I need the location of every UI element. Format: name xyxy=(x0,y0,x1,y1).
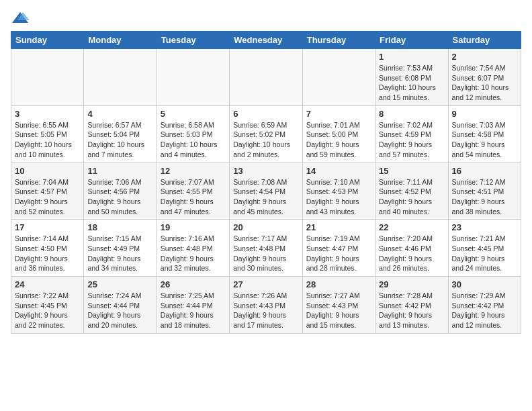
day-number: 23 xyxy=(452,222,517,232)
calendar-cell xyxy=(230,49,302,106)
day-number: 2 xyxy=(452,52,517,62)
calendar-cell: 6Sunrise: 6:59 AM Sunset: 5:02 PM Daylig… xyxy=(230,105,302,163)
day-info: Sunrise: 7:11 AM Sunset: 4:52 PM Dayligh… xyxy=(379,177,444,217)
day-info: Sunrise: 7:03 AM Sunset: 4:58 PM Dayligh… xyxy=(452,120,517,160)
day-number: 20 xyxy=(233,222,298,232)
day-info: Sunrise: 7:17 AM Sunset: 4:48 PM Dayligh… xyxy=(233,234,298,273)
day-number: 3 xyxy=(15,109,80,119)
day-number: 27 xyxy=(233,279,298,289)
weekday-header-monday: Monday xyxy=(84,32,157,49)
logo xyxy=(11,11,32,26)
calendar-cell: 26Sunrise: 7:25 AM Sunset: 4:44 PM Dayli… xyxy=(157,277,229,334)
calendar-cell xyxy=(11,49,84,106)
day-number: 4 xyxy=(87,109,152,119)
calendar-cell: 5Sunrise: 6:58 AM Sunset: 5:03 PM Daylig… xyxy=(157,105,229,163)
calendar-cell: 9Sunrise: 7:03 AM Sunset: 4:58 PM Daylig… xyxy=(448,105,521,163)
day-info: Sunrise: 7:15 AM Sunset: 4:49 PM Dayligh… xyxy=(87,234,152,273)
day-number: 17 xyxy=(15,222,80,232)
calendar-cell: 25Sunrise: 7:24 AM Sunset: 4:44 PM Dayli… xyxy=(84,277,157,334)
day-number: 8 xyxy=(379,109,444,119)
day-number: 6 xyxy=(233,109,298,119)
day-info: Sunrise: 7:21 AM Sunset: 4:45 PM Dayligh… xyxy=(452,234,517,273)
calendar-cell: 8Sunrise: 7:02 AM Sunset: 4:59 PM Daylig… xyxy=(375,105,448,163)
calendar-cell: 1Sunrise: 7:53 AM Sunset: 6:08 PM Daylig… xyxy=(375,49,448,106)
day-info: Sunrise: 6:57 AM Sunset: 5:04 PM Dayligh… xyxy=(87,120,152,160)
weekday-header-tuesday: Tuesday xyxy=(157,32,229,49)
day-info: Sunrise: 7:19 AM Sunset: 4:47 PM Dayligh… xyxy=(306,234,371,273)
day-info: Sunrise: 7:07 AM Sunset: 4:55 PM Dayligh… xyxy=(161,177,226,217)
week-row-5: 24Sunrise: 7:22 AM Sunset: 4:45 PM Dayli… xyxy=(11,277,521,334)
weekday-header-saturday: Saturday xyxy=(448,32,521,49)
calendar-cell: 30Sunrise: 7:29 AM Sunset: 4:42 PM Dayli… xyxy=(448,277,521,334)
day-info: Sunrise: 7:54 AM Sunset: 6:07 PM Dayligh… xyxy=(452,63,517,103)
day-number: 19 xyxy=(161,222,226,232)
day-number: 1 xyxy=(379,52,444,62)
day-number: 14 xyxy=(306,166,371,176)
day-number: 26 xyxy=(161,279,226,289)
calendar-cell: 22Sunrise: 7:20 AM Sunset: 4:46 PM Dayli… xyxy=(375,220,448,277)
calendar-cell: 28Sunrise: 7:27 AM Sunset: 4:43 PM Dayli… xyxy=(302,277,375,334)
calendar-cell: 24Sunrise: 7:22 AM Sunset: 4:45 PM Dayli… xyxy=(11,277,84,334)
day-info: Sunrise: 7:14 AM Sunset: 4:50 PM Dayligh… xyxy=(15,234,80,273)
week-row-1: 1Sunrise: 7:53 AM Sunset: 6:08 PM Daylig… xyxy=(11,49,521,106)
calendar-cell: 13Sunrise: 7:08 AM Sunset: 4:54 PM Dayli… xyxy=(230,163,302,220)
day-info: Sunrise: 7:26 AM Sunset: 4:43 PM Dayligh… xyxy=(233,291,298,330)
calendar-cell: 7Sunrise: 7:01 AM Sunset: 5:00 PM Daylig… xyxy=(302,105,375,163)
calendar-cell: 11Sunrise: 7:06 AM Sunset: 4:56 PM Dayli… xyxy=(84,163,157,220)
day-number: 24 xyxy=(15,279,80,289)
day-number: 5 xyxy=(161,109,226,119)
calendar-cell: 23Sunrise: 7:21 AM Sunset: 4:45 PM Dayli… xyxy=(448,220,521,277)
calendar-cell: 10Sunrise: 7:04 AM Sunset: 4:57 PM Dayli… xyxy=(11,163,84,220)
page-header xyxy=(11,11,521,26)
weekday-header-row: SundayMondayTuesdayWednesdayThursdayFrid… xyxy=(11,32,521,49)
day-number: 22 xyxy=(379,222,444,232)
day-info: Sunrise: 7:10 AM Sunset: 4:53 PM Dayligh… xyxy=(306,177,371,217)
calendar-cell: 16Sunrise: 7:12 AM Sunset: 4:51 PM Dayli… xyxy=(448,163,521,220)
day-info: Sunrise: 7:27 AM Sunset: 4:43 PM Dayligh… xyxy=(306,291,371,330)
day-info: Sunrise: 7:24 AM Sunset: 4:44 PM Dayligh… xyxy=(87,291,152,330)
calendar-cell: 15Sunrise: 7:11 AM Sunset: 4:52 PM Dayli… xyxy=(375,163,448,220)
calendar-cell: 2Sunrise: 7:54 AM Sunset: 6:07 PM Daylig… xyxy=(448,49,521,106)
calendar-cell: 18Sunrise: 7:15 AM Sunset: 4:49 PM Dayli… xyxy=(84,220,157,277)
day-info: Sunrise: 6:58 AM Sunset: 5:03 PM Dayligh… xyxy=(161,120,226,160)
day-number: 28 xyxy=(306,279,371,289)
week-row-2: 3Sunrise: 6:55 AM Sunset: 5:05 PM Daylig… xyxy=(11,105,521,163)
day-number: 9 xyxy=(452,109,517,119)
day-number: 12 xyxy=(161,166,226,176)
calendar-cell: 19Sunrise: 7:16 AM Sunset: 4:48 PM Dayli… xyxy=(157,220,229,277)
calendar-cell: 17Sunrise: 7:14 AM Sunset: 4:50 PM Dayli… xyxy=(11,220,84,277)
calendar-cell: 4Sunrise: 6:57 AM Sunset: 5:04 PM Daylig… xyxy=(84,105,157,163)
day-number: 18 xyxy=(87,222,152,232)
day-info: Sunrise: 7:28 AM Sunset: 4:42 PM Dayligh… xyxy=(379,291,444,330)
day-info: Sunrise: 7:16 AM Sunset: 4:48 PM Dayligh… xyxy=(161,234,226,273)
calendar-cell xyxy=(84,49,157,106)
calendar-cell: 27Sunrise: 7:26 AM Sunset: 4:43 PM Dayli… xyxy=(230,277,302,334)
weekday-header-sunday: Sunday xyxy=(11,32,84,49)
day-number: 15 xyxy=(379,166,444,176)
day-info: Sunrise: 7:53 AM Sunset: 6:08 PM Dayligh… xyxy=(379,63,444,103)
calendar-cell xyxy=(157,49,229,106)
day-number: 7 xyxy=(306,109,371,119)
day-info: Sunrise: 7:04 AM Sunset: 4:57 PM Dayligh… xyxy=(15,177,80,217)
day-info: Sunrise: 6:59 AM Sunset: 5:02 PM Dayligh… xyxy=(233,120,298,160)
day-info: Sunrise: 7:25 AM Sunset: 4:44 PM Dayligh… xyxy=(161,291,226,330)
calendar-cell: 29Sunrise: 7:28 AM Sunset: 4:42 PM Dayli… xyxy=(375,277,448,334)
day-info: Sunrise: 7:06 AM Sunset: 4:56 PM Dayligh… xyxy=(87,177,152,217)
calendar-cell: 14Sunrise: 7:10 AM Sunset: 4:53 PM Dayli… xyxy=(302,163,375,220)
day-info: Sunrise: 7:20 AM Sunset: 4:46 PM Dayligh… xyxy=(379,234,444,273)
day-info: Sunrise: 6:55 AM Sunset: 5:05 PM Dayligh… xyxy=(15,120,80,160)
day-number: 13 xyxy=(233,166,298,176)
day-number: 16 xyxy=(452,166,517,176)
calendar-cell: 20Sunrise: 7:17 AM Sunset: 4:48 PM Dayli… xyxy=(230,220,302,277)
day-info: Sunrise: 7:01 AM Sunset: 5:00 PM Dayligh… xyxy=(306,120,371,160)
day-number: 30 xyxy=(452,279,517,289)
weekday-header-wednesday: Wednesday xyxy=(230,32,302,49)
week-row-4: 17Sunrise: 7:14 AM Sunset: 4:50 PM Dayli… xyxy=(11,220,521,277)
day-info: Sunrise: 7:12 AM Sunset: 4:51 PM Dayligh… xyxy=(452,177,517,217)
calendar-cell: 21Sunrise: 7:19 AM Sunset: 4:47 PM Dayli… xyxy=(302,220,375,277)
day-number: 25 xyxy=(87,279,152,289)
day-info: Sunrise: 7:29 AM Sunset: 4:42 PM Dayligh… xyxy=(452,291,517,330)
calendar-table: SundayMondayTuesdayWednesdayThursdayFrid… xyxy=(11,31,521,334)
day-info: Sunrise: 7:22 AM Sunset: 4:45 PM Dayligh… xyxy=(15,291,80,330)
calendar-cell: 3Sunrise: 6:55 AM Sunset: 5:05 PM Daylig… xyxy=(11,105,84,163)
